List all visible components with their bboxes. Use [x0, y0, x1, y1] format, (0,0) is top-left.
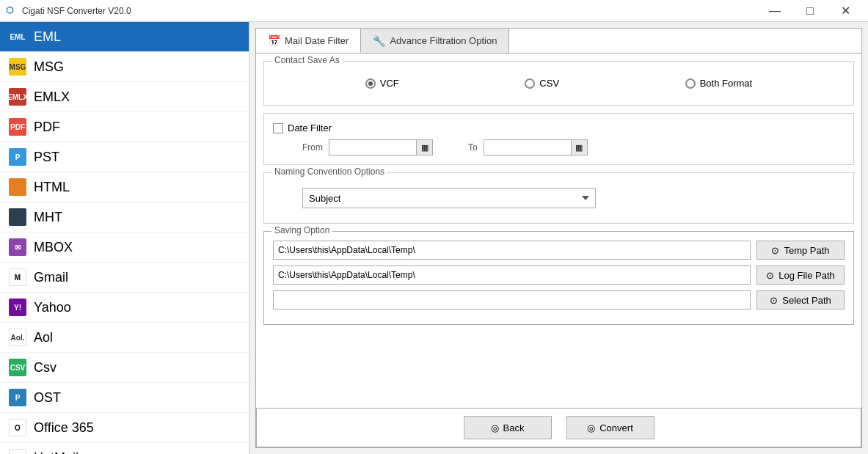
sidebar-item-eml[interactable]: EML EML — [0, 22, 249, 52]
tab-label-advance-filtration: Advance Filtration Option — [390, 35, 497, 46]
sidebar-item-yahoo[interactable]: Y! Yahoo — [0, 293, 249, 323]
sidebar-icon-office365: O — [9, 419, 26, 436]
saving-btn-select-path[interactable]: ⊙ Select Path — [756, 290, 845, 310]
saving-btn-log-path[interactable]: ⊙ Log File Path — [756, 266, 845, 285]
to-date-input[interactable] — [484, 139, 572, 155]
sidebar-label-aol: Aol — [34, 330, 53, 345]
sidebar-icon-yahoo: Y! — [9, 299, 26, 316]
sidebar-label-mht: MHT — [34, 210, 62, 225]
saving-input-log-path[interactable] — [273, 266, 751, 285]
naming-convention-row: SubjectDateFromTo — [273, 182, 845, 214]
sidebar-icon-eml: EML — [9, 28, 26, 45]
saving-option-label: Saving Option — [271, 225, 332, 235]
sidebar-label-emlx: EMLX — [34, 89, 70, 105]
sidebar-item-hotmail[interactable]: ✉ HotMail — [0, 443, 249, 454]
main-layout: EML EML MSG MSG EMLX EMLX PDF PDF P PST … — [0, 22, 868, 454]
saving-option-section: Saving Option ⊙ Temp Path ⊙ Log File Pat… — [263, 231, 854, 325]
radio-label-both: Both Format — [700, 78, 753, 89]
close-button[interactable]: ✕ — [828, 0, 862, 22]
sidebar-label-pst: PST — [34, 150, 59, 165]
saving-input-select-path[interactable] — [273, 290, 751, 310]
sidebar-icon-gmail: M — [9, 268, 26, 286]
tab-advance-filtration[interactable]: 🔧 Advance Filtration Option — [361, 29, 509, 53]
sidebar-label-gmail: Gmail — [34, 270, 68, 285]
sidebar-item-office365[interactable]: O Office 365 — [0, 413, 249, 443]
window-controls: — □ ✕ — [758, 0, 862, 22]
sidebar-item-pdf[interactable]: PDF PDF — [0, 112, 249, 142]
saving-btn-label-log-path: Log File Path — [778, 270, 835, 281]
naming-convention-select[interactable]: SubjectDateFromTo — [302, 188, 596, 208]
contact-save-options: VCF CSV Both Format — [273, 70, 845, 96]
bottom-bar: ◎ Back ◎ Convert — [256, 408, 861, 447]
radio-circle-csv — [525, 78, 535, 89]
radio-option-both[interactable]: Both Format — [685, 78, 753, 89]
back-button[interactable]: ◎ Back — [464, 416, 552, 439]
sidebar-icon-ost: P — [9, 389, 26, 406]
app-icon: ⬡ — [6, 5, 18, 17]
saving-btn-label-select-path: Select Path — [782, 295, 831, 306]
maximize-button[interactable]: □ — [793, 0, 827, 22]
sidebar-label-yahoo: Yahoo — [34, 300, 71, 315]
content-area: 📅 Mail Date Filter 🔧 Advance Filtration … — [249, 22, 868, 454]
sidebar-icon-hotmail: ✉ — [9, 449, 26, 454]
sidebar-label-hotmail: HotMail — [34, 450, 79, 455]
minimize-button[interactable]: — — [758, 0, 792, 22]
tab-label-mail-date-filter: Mail Date Filter — [285, 35, 349, 46]
sidebar-label-office365: Office 365 — [34, 420, 94, 436]
panel-inner: Contact Save As VCF CSV Both Format Date… — [256, 54, 861, 447]
to-date-picker-btn[interactable]: ▦ — [572, 139, 588, 155]
date-filter-checkbox[interactable] — [273, 123, 283, 133]
radio-circle-vcf — [365, 78, 376, 89]
saving-btn-label-temp-path: Temp Path — [784, 245, 829, 256]
sidebar-icon-emlx: EMLX — [9, 88, 26, 106]
date-filter-label-row: Date Filter — [273, 122, 845, 133]
sidebar-label-mbox: MBOX — [34, 240, 73, 255]
radio-option-vcf[interactable]: VCF — [365, 78, 399, 89]
back-icon: ◎ — [491, 422, 499, 433]
sidebar-icon-pst: P — [9, 148, 26, 166]
sidebar-label-csv: Csv — [34, 360, 56, 376]
sidebar-icon-mbox: ✉ — [9, 238, 26, 256]
sidebar-item-html[interactable]: HTML — [0, 172, 249, 202]
sidebar-label-html: HTML — [34, 180, 70, 195]
convert-button[interactable]: ◎ Convert — [566, 416, 654, 439]
saving-btn-icon-select-path: ⊙ — [770, 295, 778, 306]
date-filter-section: Date Filter From ▦ To ▦ — [263, 113, 854, 165]
sidebar-icon-csv: CSV — [9, 359, 26, 376]
sidebar-item-ost[interactable]: P OST — [0, 383, 249, 413]
sidebar-item-msg[interactable]: MSG MSG — [0, 52, 249, 82]
convert-label: Convert — [599, 422, 633, 433]
sidebar-label-ost: OST — [34, 390, 61, 406]
sidebar-item-aol[interactable]: Aol. Aol — [0, 323, 249, 353]
tab-icon-advance-filtration: 🔧 — [373, 35, 385, 47]
sidebar-item-mht[interactable]: MHT — [0, 202, 249, 233]
radio-option-csv[interactable]: CSV — [525, 78, 559, 89]
back-label: Back — [503, 422, 525, 433]
saving-input-temp-path[interactable] — [273, 241, 751, 260]
saving-btn-icon-log-path: ⊙ — [766, 270, 774, 281]
naming-convention-label: Naming Convention Options — [271, 166, 387, 177]
sidebar-icon-pdf: PDF — [9, 118, 26, 136]
saving-row-select-path: ⊙ Select Path — [273, 290, 845, 310]
radio-circle-both — [685, 78, 696, 89]
saving-btn-icon-temp-path: ⊙ — [771, 245, 779, 256]
sidebar-icon-html — [9, 178, 26, 196]
saving-rows: ⊙ Temp Path ⊙ Log File Path ⊙ Select Pat… — [273, 241, 845, 310]
sidebar-item-pst[interactable]: P PST — [0, 142, 249, 172]
sidebar-item-csv[interactable]: CSV Csv — [0, 353, 249, 383]
sidebar-item-mbox[interactable]: ✉ MBOX — [0, 233, 249, 263]
sidebar-item-emlx[interactable]: EMLX EMLX — [0, 82, 249, 112]
to-date-wrap: ▦ — [484, 139, 588, 155]
main-panel: Contact Save As VCF CSV Both Format Date… — [255, 54, 862, 448]
sidebar-icon-aol: Aol. — [9, 329, 26, 346]
saving-btn-temp-path[interactable]: ⊙ Temp Path — [756, 241, 845, 260]
app-title: Cigati NSF Converter V20.0 — [22, 6, 758, 16]
date-filter-label-text: Date Filter — [288, 122, 332, 133]
from-date-input[interactable] — [329, 139, 417, 155]
from-label: From — [302, 142, 323, 153]
contact-save-label: Contact Save As — [271, 55, 343, 65]
sidebar-item-gmail[interactable]: M Gmail — [0, 263, 249, 293]
from-date-picker-btn[interactable]: ▦ — [417, 139, 433, 155]
tab-mail-date-filter[interactable]: 📅 Mail Date Filter — [256, 29, 361, 53]
sidebar-label-msg: MSG — [34, 59, 64, 75]
